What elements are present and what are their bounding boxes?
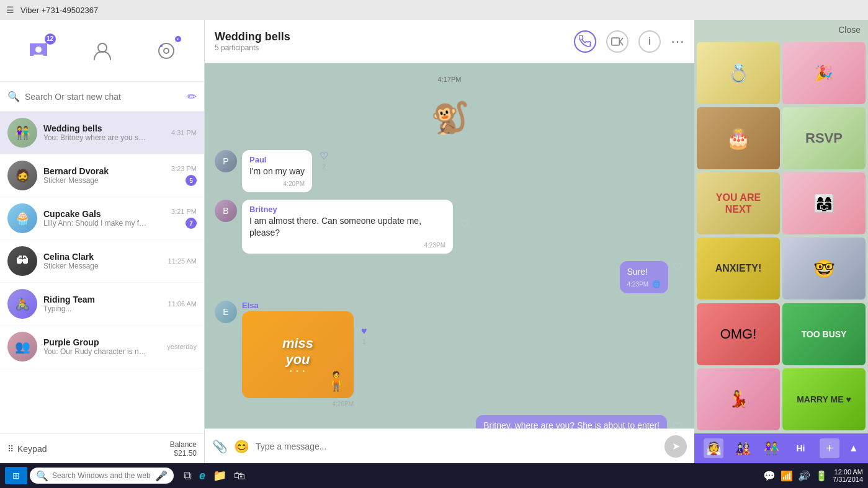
chat-badge-bernard-dvorak: 5 [186,175,197,186]
explorer-icon[interactable]: 📁 [210,466,229,485]
sticker-add-button[interactable]: + [820,438,839,458]
paul-time: 4:20PM [284,180,305,187]
chats-badge: 12 [45,33,56,45]
chat-avatar-bernard-dvorak: 🧔 [7,161,37,190]
more-options-icon[interactable]: ⋯ [671,33,684,50]
sure-reaction: ♡ [673,261,682,273]
svg-point-4 [164,48,169,53]
store-icon[interactable]: 🛍 [231,467,248,485]
sticker-cell-s7[interactable]: ANXIETY! [697,237,780,299]
msg-row-elsa: E Elsa miss you • • • 🧍 [215,301,684,407]
new-chat-icon[interactable]: ✏ [187,90,197,104]
search-input[interactable] [25,92,182,102]
sure-heart-icon[interactable]: ♡ [673,261,682,273]
msg-row-britney-where: ♡ Britney, where are you? She is about t… [215,415,684,428]
elsa-sticker-wrapper: miss you • • • 🧍 4:26PM [242,311,354,407]
sticker-panel: Close 💍🎉🎂RSVPYOU ARENEXT👩‍👩‍👧ANXIETY!🤓OM… [694,20,868,463]
chat-name-bernard-dvorak: Bernard Dvorak [43,166,165,176]
chat-meta-cupcake-gals: 3:21 PM 7 [171,208,197,229]
taskbar-search[interactable]: 🔍 🎤 [30,468,174,484]
sticker-cell-s1[interactable]: 💍 [697,42,780,104]
message-input[interactable] [256,441,658,451]
chat-item-bernard-dvorak[interactable]: 🧔 Bernard Dvorak Sticker Message 3:23 PM… [0,154,204,197]
chat-item-cupcake-gals[interactable]: 🧁 Cupcake Gals Lilly Ann: Should I make … [0,197,204,240]
msg-time-stamp: 4:17PM [215,76,684,83]
sure-text: Sure! [627,266,661,278]
paul-footer: 4:20PM [249,180,305,187]
edge-icon[interactable]: e [197,467,208,485]
chat-time-riding-team: 11:06 AM [168,300,197,308]
elsa-heart-icon[interactable]: ♥ [361,326,367,337]
chat-preview-bernard-dvorak: Sticker Message [43,176,149,185]
chat-item-celina-clark[interactable]: 🕶 Celina Clark Sticker Message 11:25 AM [0,240,204,283]
keypad-button[interactable]: ⠿ Keypad [7,444,47,454]
sticker-cell-s3[interactable]: 🎂 [697,107,780,169]
send-icon: ➤ [672,440,680,452]
msg-row-paul: P Paul I'm on my way 4:20PM ♡ 2 [215,150,684,192]
taskview-icon[interactable]: ⧉ [181,467,194,485]
sure-bubble: Sure! 4:23PM 🌐 [620,261,668,294]
chat-preview-riding-team: Typing... [43,304,149,313]
sticker-cell-s12[interactable]: MARRY ME ♥ [782,368,866,430]
network-icon[interactable]: 📶 [781,470,793,482]
start-button[interactable]: ⊞ [5,467,27,484]
sticker-cell-s6[interactable]: 👩‍👩‍👧 [782,172,866,234]
balance-label: Balance [170,440,197,449]
chat-item-purple-group[interactable]: 👥 Purple Group You: Our Rudy character i… [0,326,204,368]
chat-item-riding-team[interactable]: 🚴 Riding Team Typing... 11:06 AM [0,283,204,326]
sticker-cell-s5[interactable]: YOU ARENEXT [697,172,780,234]
sticker-scroll-up[interactable]: ▲ [849,443,859,454]
volume-icon[interactable]: 🔊 [798,470,810,482]
sticker-tab-friends[interactable]: 👫 [762,438,782,458]
info-button[interactable]: i [638,30,661,53]
sticker-cell-s10[interactable]: TOO BUSY [782,303,866,365]
sticker-cell-s11[interactable]: 💃 [697,368,780,430]
emoji-icon[interactable]: 😊 [234,439,249,454]
chat-item-wedding-bells[interactable]: 👫 Wedding bells You: Britney where are y… [0,112,204,154]
video-call-button[interactable] [606,30,629,53]
chat-name-wedding-bells: Wedding bells [43,123,165,133]
chat-name-celina-clark: Celina Clark [43,252,162,262]
taskbar: ⊞ 🔍 🎤 ⧉ e 📁 🛍 💬 📶 🔊 🔋 12:00 AM 7/31/2014 [0,463,868,488]
attachment-icon[interactable]: 📎 [212,439,228,454]
balance-amount: $21.50 [170,449,197,458]
explore-icon-btn[interactable]: • [148,32,185,69]
send-button[interactable]: ➤ [664,435,687,458]
chat-list: 👫 Wedding bells You: Britney where are y… [0,112,204,433]
paul-heart-count: 2 [322,163,326,171]
britney-heart-icon[interactable]: ♡ [460,218,469,230]
messages-area: 4:17PM 🐒 P Paul I'm on my way 4:20PM [205,63,694,428]
sticker-figure: 🧍 [324,370,347,392]
battery-icon[interactable]: 🔋 [815,470,828,482]
sticker-tab-couple[interactable]: 🎎 [733,438,753,458]
elsa-reaction: ♥ 1 [361,326,367,345]
taskbar-date: 7/31/2014 [833,476,863,483]
sticker-row-monkey: 🐒 [215,93,684,143]
sure-footer: 4:23PM 🌐 [627,280,661,288]
contacts-icon-btn[interactable] [84,32,121,69]
where-reaction: ♡ [672,420,682,428]
chat-meta-celina-clark: 11:25 AM [168,257,197,265]
sticker-tab-wedding[interactable]: 👰 [704,438,723,458]
sticker-tab-hi[interactable]: Hi [790,438,810,458]
where-heart-icon[interactable]: ♡ [672,420,682,428]
paul-heart-icon[interactable]: ♡ [320,150,328,162]
sticker-cell-s2[interactable]: 🎉 [782,42,866,104]
paul-text: I'm on my way [249,166,305,178]
sticker-panel-footer: 👰 🎎 👫 Hi + ▲ [694,433,868,463]
voice-call-button[interactable] [574,30,596,53]
sticker-cell-s8[interactable]: 🤓 [782,237,866,299]
chats-icon-btn[interactable]: 12 [20,32,57,69]
taskbar-app-icons: ⧉ e 📁 🛍 [181,466,248,485]
sidebar: 12 • 🔍 ✏ [0,20,205,463]
hamburger-icon[interactable]: ☰ [6,5,14,15]
chat-avatar-celina-clark: 🕶 [7,246,37,276]
keypad-label: Keypad [17,444,47,454]
close-label[interactable]: Close [838,25,861,35]
sticker-cell-s9[interactable]: OMG! [697,303,780,365]
sticker-cell-s4[interactable]: RSVP [782,107,866,169]
taskbar-search-input[interactable] [52,471,151,480]
notification-icon[interactable]: 💬 [763,470,776,482]
chat-title-area: Wedding bells 5 participants [215,30,566,52]
svg-rect-1 [34,55,43,56]
